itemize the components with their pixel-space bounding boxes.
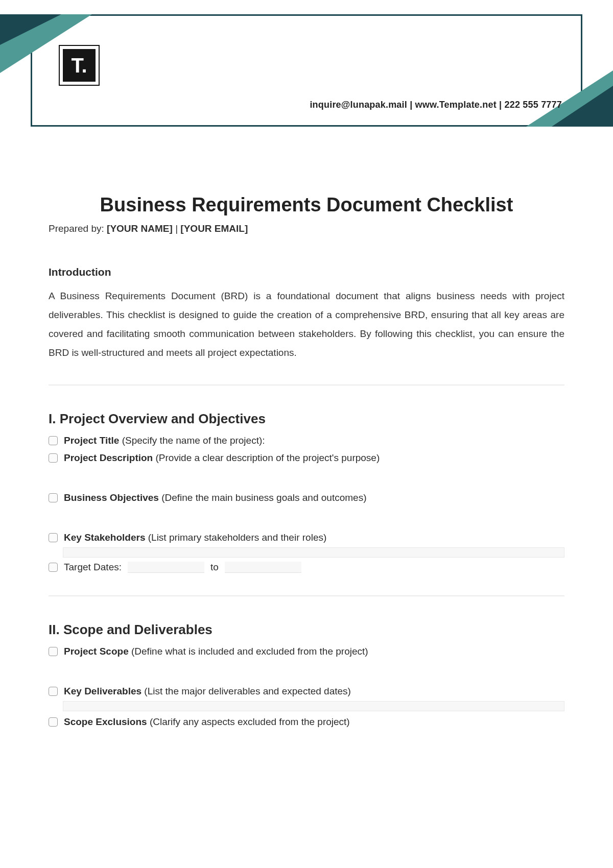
- date-input-start[interactable]: [128, 562, 204, 573]
- checkbox[interactable]: [49, 436, 58, 445]
- divider: [49, 384, 564, 385]
- prepared-by-line: Prepared by: [YOUR NAME] | [YOUR EMAIL]: [49, 223, 564, 234]
- item-label: Target Dates: [64, 562, 119, 572]
- prepared-name: [YOUR NAME]: [107, 223, 173, 234]
- checklist-item: Key Deliverables (List the major deliver…: [49, 685, 564, 698]
- item-label: Key Stakeholders: [64, 532, 145, 543]
- item-desc: (Clarify any aspects excluded from the p…: [147, 716, 350, 727]
- checklist-item: Project Scope (Define what is included a…: [49, 645, 564, 658]
- checklist-item: Project Description (Provide a clear des…: [49, 451, 564, 465]
- item-label: Scope Exclusions: [64, 716, 147, 727]
- item-desc: (Define what is included and excluded fr…: [129, 646, 368, 657]
- checkbox[interactable]: [49, 453, 58, 463]
- checkbox[interactable]: [49, 533, 58, 542]
- page-title: Business Requirements Document Checklist: [49, 194, 564, 216]
- checklist-item: Key Stakeholders (List primary stakehold…: [49, 531, 564, 544]
- checkbox[interactable]: [49, 563, 58, 572]
- divider: [49, 595, 564, 596]
- checkbox[interactable]: [49, 647, 58, 656]
- intro-heading: Introduction: [49, 266, 564, 278]
- item-label: Key Deliverables: [64, 686, 142, 696]
- corner-decoration: [0, 14, 61, 45]
- checklist-item: Business Objectives (Define the main bus…: [49, 491, 564, 504]
- item-desc: (Define the main business goals and outc…: [159, 492, 367, 503]
- checklist-item: Project Title (Specify the name of the p…: [49, 434, 564, 447]
- logo: T.: [59, 45, 100, 86]
- section-heading-2: II. Scope and Deliverables: [49, 622, 564, 638]
- item-desc: (Specify the name of the project):: [119, 435, 265, 446]
- item-label: Project Scope: [64, 646, 129, 657]
- item-desc: (Provide a clear description of the proj…: [153, 452, 380, 463]
- checklist-item: Scope Exclusions (Clarify any aspects ex…: [49, 715, 564, 729]
- date-input-end[interactable]: [225, 562, 301, 573]
- input-placeholder-line[interactable]: [63, 547, 564, 558]
- prepared-prefix: Prepared by:: [49, 223, 107, 234]
- contact-line: inquire@lunapak.mail | www.Template.net …: [31, 100, 562, 110]
- logo-text: T.: [63, 49, 96, 82]
- to-label: to: [210, 562, 219, 573]
- section-heading-1: I. Project Overview and Objectives: [49, 411, 564, 427]
- prepared-sep: |: [173, 223, 181, 234]
- item-desc: (List the major deliverables and expecte…: [142, 686, 351, 696]
- checkbox[interactable]: [49, 717, 58, 727]
- page-content: Business Requirements Document Checklist…: [49, 194, 564, 733]
- prepared-email: [YOUR EMAIL]: [180, 223, 248, 234]
- item-label: Business Objectives: [64, 492, 159, 503]
- checklist-item-target-dates: Target Dates: to: [49, 562, 564, 573]
- item-label: Project Description: [64, 452, 153, 463]
- item-label: Project Title: [64, 435, 119, 446]
- input-placeholder-line[interactable]: [63, 701, 564, 711]
- item-desc: (List primary stakeholders and their rol…: [145, 532, 326, 543]
- intro-body: A Business Requirements Document (BRD) i…: [49, 286, 564, 362]
- checkbox[interactable]: [49, 493, 58, 502]
- checkbox[interactable]: [49, 687, 58, 696]
